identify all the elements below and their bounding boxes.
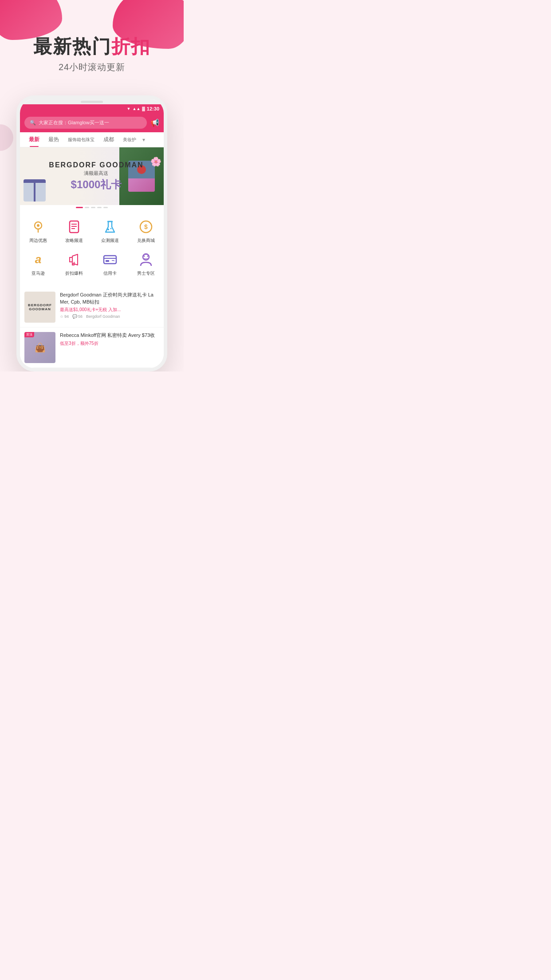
dot-1 [76, 207, 83, 208]
nearby-icon [29, 218, 47, 236]
exchange-icon: $ [137, 218, 155, 236]
tab-city[interactable]: 成都 [99, 132, 118, 147]
tab-fashion[interactable]: 服饰箱包珠宝 [63, 133, 99, 146]
tab-latest[interactable]: 最新 [24, 132, 44, 147]
category-amazon[interactable]: a 亚马逊 [20, 247, 56, 280]
svg-rect-13 [104, 256, 116, 264]
nav-tabs: 最新 最热 服饰箱包珠宝 成都 美妆护 ▾ [20, 132, 164, 147]
hero-title-highlight: 折扣 [111, 36, 150, 57]
amazon-label: 亚马逊 [31, 270, 45, 277]
banner-brand: BERGDORF GOODMAN [49, 161, 143, 169]
deal-thumb-2: 置顶 👜 [24, 332, 55, 363]
hero-subtitle: 24小时滚动更新 [9, 61, 175, 73]
category-test[interactable]: 众测频道 [92, 214, 128, 247]
men-label: 男士专区 [137, 270, 155, 277]
deal-desc-1: 最高送$1,000礼卡+无税 入加... [60, 307, 159, 312]
deal-thumb-1: BERGDORFGOODMAN [24, 292, 55, 323]
category-credit[interactable]: 信用卡 [92, 247, 128, 280]
banner[interactable]: BERGDORF GOODMAN 满额最高送 $1000礼卡 🌸 [20, 147, 164, 205]
announce-icon[interactable]: 📢 [150, 119, 159, 127]
hero-title-part1: 最新热门 [33, 36, 111, 57]
category-deals[interactable]: 折扣爆料 [56, 247, 92, 280]
phone-speaker [81, 101, 103, 103]
category-men[interactable]: 男士专区 [128, 247, 164, 280]
dot-4 [97, 207, 102, 208]
star-icon: ☆ [60, 314, 63, 319]
deal-item-1[interactable]: BERGDORFGOODMAN Bergdorf Goodman 正价时尚大牌送… [20, 287, 164, 328]
exchange-label: 兑换商城 [137, 237, 155, 244]
dot-3 [91, 207, 95, 208]
hero-title: 最新热门折扣 [9, 36, 175, 58]
test-icon [101, 218, 119, 236]
search-bar-container: 🔍 大家正在搜：Glamglow买一送一 📢 [20, 113, 164, 132]
wifi-icon: ▼ [127, 107, 131, 111]
credit-icon [101, 251, 119, 269]
banner-amount: $1000礼卡 [49, 178, 143, 192]
status-bar: ▼ ▲▲ ▓ 12:30 [20, 104, 164, 113]
amazon-icon: a [29, 251, 47, 269]
nearby-label: 周边优惠 [29, 237, 47, 244]
svg-rect-15 [106, 260, 109, 262]
guide-icon [65, 218, 83, 236]
svg-point-1 [37, 224, 39, 227]
search-bar[interactable]: 🔍 大家正在搜：Glamglow买一送一 [24, 117, 147, 129]
dot-2 [85, 207, 89, 208]
bag-emoji: 👜 [35, 342, 46, 353]
status-icons: ▼ ▲▲ ▓ 12:30 [127, 106, 159, 111]
category-grid: 周边优惠 攻略频道 [20, 210, 164, 285]
dot-5 [103, 207, 108, 208]
decorative-blob-mid [0, 124, 13, 151]
category-guide[interactable]: 攻略频道 [56, 214, 92, 247]
content-list: BERGDORFGOODMAN Bergdorf Goodman 正价时尚大牌送… [20, 287, 164, 368]
hero-section: 最新热门折扣 24小时滚动更新 [0, 0, 184, 87]
credit-card-icon [102, 252, 118, 268]
svg-point-17 [143, 256, 145, 257]
deal-meta-1: ☆ 94 💬 56 Bergdorf Goodman [60, 314, 159, 319]
avatar-icon [138, 252, 154, 268]
banner-dots [20, 205, 164, 210]
credit-label: 信用卡 [103, 270, 117, 277]
banner-content: BERGDORF GOODMAN 满额最高送 $1000礼卡 [49, 161, 143, 192]
search-icon: 🔍 [30, 120, 36, 126]
svg-text:a: a [35, 253, 41, 266]
phone-notch [20, 99, 164, 104]
deal-info-2: Rebecca Minkoff官网 私密特卖 Avery $73收 低至3折，额… [60, 332, 159, 363]
guide-label: 攻略频道 [65, 237, 83, 244]
comment-icon: 💬 [72, 314, 77, 319]
deal-title-1: Bergdorf Goodman 正价时尚大牌送礼卡 La Mer, Cpb, … [60, 292, 159, 305]
amazon-logo-icon: a [30, 252, 46, 268]
category-exchange[interactable]: $ 兑换商城 [128, 214, 164, 247]
tab-hot[interactable]: 最热 [44, 132, 63, 147]
test-label: 众测频道 [101, 237, 119, 244]
deals-label: 折扣爆料 [65, 270, 83, 277]
deals-icon [65, 251, 83, 269]
pinned-badge: 置顶 [24, 332, 34, 337]
location-icon [30, 219, 46, 235]
phone-mockup: ▼ ▲▲ ▓ 12:30 🔍 大家正在搜：Glamglow买一送一 📢 最新 最… [16, 95, 167, 371]
deal-comments-1: 💬 56 [72, 314, 83, 319]
tab-more-icon[interactable]: ▾ [141, 133, 147, 146]
deal-info-1: Bergdorf Goodman 正价时尚大牌送礼卡 La Mer, Cpb, … [60, 292, 159, 323]
battery-icon: ▓ [142, 107, 145, 111]
document-icon [66, 219, 82, 235]
bergdorf-logo: BERGDORFGOODMAN [28, 303, 52, 312]
banner-gift [24, 179, 46, 202]
svg-point-18 [147, 256, 148, 257]
tab-beauty[interactable]: 美妆护 [118, 133, 141, 146]
deal-item-2[interactable]: 置顶 👜 Rebecca Minkoff官网 私密特卖 Avery $73收 低… [20, 328, 164, 368]
deal-source-1: Bergdorf Goodman [86, 314, 120, 319]
deal-title-2: Rebecca Minkoff官网 私密特卖 Avery $73收 [60, 332, 159, 339]
flask-icon [102, 219, 118, 235]
category-nearby[interactable]: 周边优惠 [20, 214, 56, 247]
men-icon [137, 251, 155, 269]
svg-text:$: $ [144, 223, 148, 230]
deal-stars-1: ☆ 94 [60, 314, 69, 319]
status-time: 12:30 [147, 106, 159, 111]
svg-point-9 [110, 228, 111, 229]
deal-desc-2: 低至3折，额外75折 [60, 340, 159, 346]
megaphone-icon [66, 252, 82, 268]
svg-point-8 [107, 229, 109, 230]
signal-icon: ▲▲ [132, 107, 140, 111]
banner-subtitle: 满额最高送 [49, 170, 143, 177]
search-text: 大家正在搜：Glamglow买一送一 [39, 119, 109, 126]
